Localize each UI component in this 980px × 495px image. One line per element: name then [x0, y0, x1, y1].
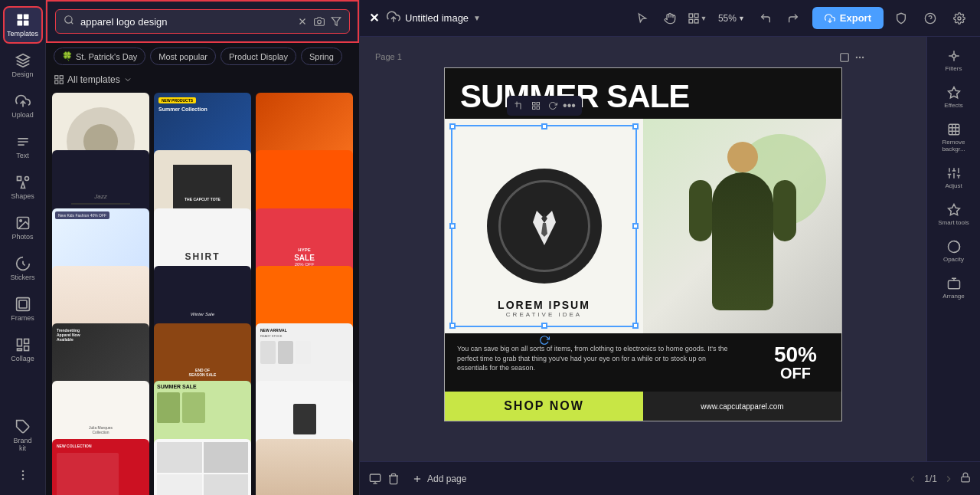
camera-search-button[interactable]	[314, 16, 325, 27]
svg-rect-42	[532, 103, 535, 106]
bottom-left: Add page	[369, 470, 472, 487]
settings-button[interactable]	[948, 7, 971, 30]
svg-rect-9	[16, 298, 29, 311]
filter-tabs: 🍀 St. Patrick's Day Most popular Product…	[46, 43, 359, 70]
present-button[interactable]	[369, 473, 381, 485]
shield-icon-button[interactable]	[890, 7, 913, 30]
cta-shop-button[interactable]: SHOP NOW	[445, 392, 643, 421]
redo-button[interactable]	[782, 7, 805, 30]
svg-rect-38	[841, 54, 849, 62]
design-left[interactable]: •••	[445, 119, 643, 333]
templates-grid: NEW PRODUCTS Summer Collection Jazz THE …	[46, 90, 359, 495]
replace-tool-button[interactable]	[545, 98, 560, 113]
design-logo[interactable]	[487, 169, 602, 284]
export-button[interactable]: Export	[812, 7, 884, 29]
design-lorem: LOREM IPSUM CREATIVE IDEA	[498, 299, 590, 318]
filter-tab-spring-label: Spring	[309, 52, 334, 61]
sidebar-item-design[interactable]: Design	[3, 47, 43, 84]
filter-tab-st-patricks-label: St. Patrick's Day	[76, 52, 137, 61]
filter-tab-most-popular[interactable]: Most popular	[150, 48, 216, 65]
svg-rect-1	[23, 15, 28, 20]
zoom-indicator[interactable]: 55% ▼	[714, 10, 750, 27]
clear-search-button[interactable]	[297, 16, 308, 27]
title-dropdown-icon[interactable]: ▼	[473, 14, 481, 22]
filter-tab-most-popular-label: Most popular	[158, 52, 207, 61]
template-card-20[interactable]: Apparel Catalog	[154, 439, 251, 495]
design-logo-inner	[498, 180, 590, 272]
page-settings-icon[interactable]	[839, 52, 850, 66]
svg-point-41	[862, 57, 864, 58]
template-card-19[interactable]: NEW COLLECTION	[52, 439, 149, 495]
discount-off: OFF	[780, 366, 811, 381]
top-bar-left: ✕ Untitled image ▼	[369, 10, 623, 27]
element-more-button[interactable]: •••	[562, 98, 577, 113]
right-tool-adjust[interactable]: Adjust	[931, 162, 977, 194]
sidebar-item-collage[interactable]: Collage	[3, 331, 43, 369]
filter-tab-st-patricks[interactable]: 🍀 St. Patrick's Day	[54, 48, 145, 65]
undo-button[interactable]	[754, 7, 777, 30]
help-button[interactable]	[919, 7, 942, 30]
save-to-cloud-button[interactable]	[387, 10, 400, 27]
filter-search-button[interactable]	[331, 16, 341, 27]
sidebar-item-shapes-label: Shapes	[11, 192, 34, 200]
select-tool-button[interactable]	[631, 7, 654, 30]
sidebar-item-shapes[interactable]: Shapes	[3, 169, 43, 206]
all-templates-header[interactable]: All templates	[46, 70, 359, 90]
sidebar-item-upload[interactable]: Upload	[3, 87, 43, 125]
sidebar-item-photos[interactable]: Photos	[3, 209, 43, 247]
sidebar-item-templates[interactable]: Templates	[3, 6, 43, 44]
filter-tab-spring[interactable]: Spring	[301, 48, 342, 65]
sidebar-item-templates-label: Templates	[7, 30, 38, 38]
sidebar-item-brand-label: Brandkit	[13, 437, 31, 452]
svg-point-40	[859, 57, 861, 58]
sidebar-item-frames[interactable]: Frames	[3, 290, 43, 328]
hand-tool-button[interactable]	[658, 7, 681, 30]
svg-rect-13	[24, 346, 28, 351]
cta-url-area: www.capcutapparel.com	[643, 392, 841, 421]
rotation-handle[interactable]	[539, 335, 550, 349]
footer-desc-text: You can save big on all sorts of items, …	[457, 344, 737, 373]
svg-rect-10	[19, 300, 27, 308]
export-label: Export	[840, 12, 871, 24]
search-input[interactable]	[80, 16, 291, 28]
right-tool-effects[interactable]: Effects	[931, 81, 977, 113]
design-header: SUMMER SALE	[445, 68, 841, 119]
svg-rect-45	[537, 107, 540, 110]
sidebar-item-text[interactable]: Text	[3, 128, 43, 166]
prev-page-button[interactable]	[907, 474, 918, 484]
svg-rect-25	[55, 76, 58, 79]
layout-button[interactable]: ▼	[686, 7, 709, 30]
right-tool-arrange[interactable]: Arrange	[931, 272, 977, 304]
right-tool-remove-bg[interactable]: Remove backgr...	[931, 118, 977, 157]
next-page-button[interactable]	[943, 474, 954, 484]
template-card-21[interactable]	[256, 439, 353, 495]
svg-rect-11	[17, 339, 21, 346]
cta-url-text: www.capcutapparel.com	[701, 402, 783, 411]
sidebar-item-more[interactable]	[3, 461, 43, 489]
search-icon	[64, 15, 74, 28]
design-lorem-sub: CREATIVE IDEA	[498, 311, 590, 318]
add-page-button[interactable]: Add page	[406, 470, 472, 487]
sidebar-item-brand[interactable]: Brandkit	[3, 413, 43, 458]
sidebar-item-stickers[interactable]: Stickers	[3, 250, 43, 287]
right-tool-opacity[interactable]: Opacity	[931, 235, 977, 267]
top-bar-right: Export	[812, 7, 971, 30]
design-footer: You can save big on all sorts of items, …	[445, 333, 841, 392]
lock-button[interactable]	[960, 472, 971, 486]
filter-tab-product-display[interactable]: Product Display	[220, 48, 296, 65]
crop-tool-button[interactable]	[511, 98, 527, 113]
svg-rect-44	[532, 107, 535, 110]
right-tool-filters[interactable]: Filters	[931, 44, 977, 77]
grid-tool-button[interactable]	[528, 98, 544, 113]
app-logo[interactable]: ✕	[369, 11, 379, 25]
sidebar-item-design-label: Design	[11, 70, 33, 78]
svg-rect-43	[537, 103, 540, 106]
trash-button[interactable]	[387, 473, 400, 485]
sidebar-item-collage-label: Collage	[11, 355, 34, 362]
page-more-icon[interactable]	[854, 52, 865, 66]
design-right[interactable]	[643, 119, 841, 333]
sidebar-item-photos-label: Photos	[11, 233, 33, 241]
footer-description: You can save big on all sorts of items, …	[445, 333, 750, 392]
right-tool-smart[interactable]: Smart tools	[931, 198, 977, 231]
bottom-bar: Add page 1/1	[360, 461, 980, 495]
